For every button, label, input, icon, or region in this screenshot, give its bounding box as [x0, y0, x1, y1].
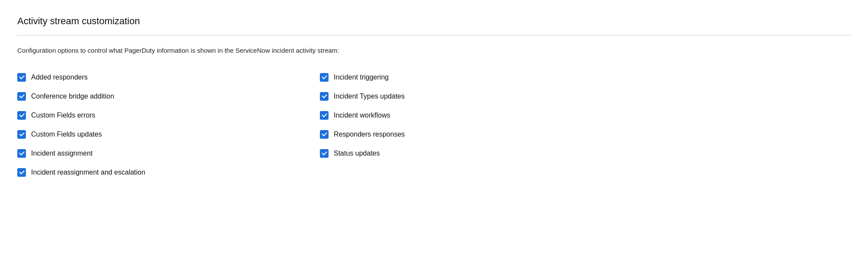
checkbox-conference-bridge-addition[interactable]	[17, 92, 26, 101]
checkbox-incident-triggering[interactable]	[320, 73, 329, 82]
checkbox-label-incident-workflows: Incident workflows	[334, 110, 390, 121]
page-title: Activity stream customization	[17, 14, 851, 28]
checkbox-item-incident-workflows[interactable]: Incident workflows	[320, 106, 622, 125]
section-divider	[17, 35, 851, 35]
checkbox-label-incident-reassignment-escalation: Incident reassignment and escalation	[31, 167, 145, 178]
checkbox-item-incident-reassignment-escalation[interactable]: Incident reassignment and escalation	[17, 163, 320, 182]
checkbox-label-custom-fields-errors: Custom Fields errors	[31, 110, 95, 121]
checkbox-custom-fields-updates[interactable]	[17, 130, 26, 139]
checkbox-label-responders-responses: Responders responses	[334, 129, 405, 140]
checkbox-item-custom-fields-errors[interactable]: Custom Fields errors	[17, 106, 320, 125]
checkbox-incident-workflows[interactable]	[320, 111, 329, 120]
checkbox-label-status-updates: Status updates	[334, 148, 380, 159]
checkbox-item-status-updates[interactable]: Status updates	[320, 144, 622, 163]
right-column: Incident triggeringIncident Types update…	[320, 68, 622, 182]
page-description: Configuration options to control what Pa…	[17, 46, 851, 56]
checkbox-label-incident-assignment: Incident assignment	[31, 148, 93, 159]
checkbox-incident-types-updates[interactable]	[320, 92, 329, 101]
checkbox-label-conference-bridge-addition: Conference bridge addition	[31, 91, 114, 102]
checkbox-item-incident-triggering[interactable]: Incident triggering	[320, 68, 622, 87]
checkbox-grid: Added respondersConference bridge additi…	[17, 68, 622, 182]
checkbox-custom-fields-errors[interactable]	[17, 111, 26, 120]
checkbox-item-added-responders[interactable]: Added responders	[17, 68, 320, 87]
checkbox-item-custom-fields-updates[interactable]: Custom Fields updates	[17, 125, 320, 144]
page-container: Activity stream customization Configurat…	[0, 0, 868, 255]
checkbox-status-updates[interactable]	[320, 149, 329, 158]
checkbox-label-custom-fields-updates: Custom Fields updates	[31, 129, 102, 140]
checkbox-responders-responses[interactable]	[320, 130, 329, 139]
checkbox-label-incident-triggering: Incident triggering	[334, 72, 389, 83]
left-column: Added respondersConference bridge additi…	[17, 68, 320, 182]
checkbox-label-incident-types-updates: Incident Types updates	[334, 91, 405, 102]
checkbox-incident-assignment[interactable]	[17, 149, 26, 158]
checkbox-item-conference-bridge-addition[interactable]: Conference bridge addition	[17, 87, 320, 106]
checkbox-item-incident-assignment[interactable]: Incident assignment	[17, 144, 320, 163]
checkbox-incident-reassignment-escalation[interactable]	[17, 168, 26, 177]
checkbox-added-responders[interactable]	[17, 73, 26, 82]
checkbox-label-added-responders: Added responders	[31, 72, 88, 83]
checkbox-item-incident-types-updates[interactable]: Incident Types updates	[320, 87, 622, 106]
checkbox-item-responders-responses[interactable]: Responders responses	[320, 125, 622, 144]
